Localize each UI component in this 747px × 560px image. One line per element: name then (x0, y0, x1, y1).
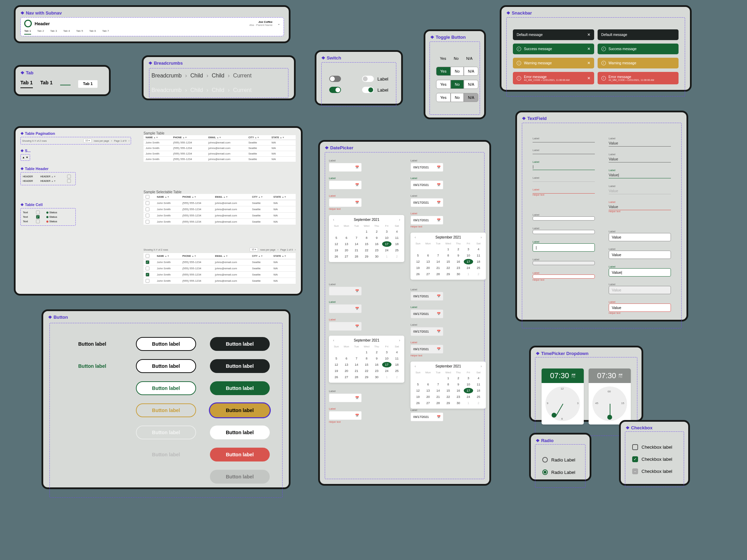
toggle-option[interactable]: No (451, 93, 464, 102)
calendar-day[interactable]: 29 (362, 374, 371, 380)
calendar-day[interactable]: 7 (433, 382, 443, 387)
text-input[interactable]: | (533, 243, 595, 252)
calendar-day[interactable]: 30 (454, 271, 463, 277)
calendar-day[interactable]: 17 (464, 259, 473, 264)
calendar-day[interactable]: 17 (382, 241, 391, 247)
calendar-day[interactable]: 21 (352, 368, 361, 374)
toggle-option[interactable]: N/A (464, 67, 478, 76)
next-page-button[interactable]: › (129, 140, 129, 142)
nav-tab[interactable]: Tab 7 (102, 29, 109, 35)
calendar-day[interactable]: 16 (454, 259, 463, 264)
button-outlined-inverse[interactable]: Button label (136, 426, 196, 439)
nav-tab[interactable]: Tab 3 (50, 29, 57, 35)
date-input[interactable]: 📅 (329, 163, 362, 172)
date-input[interactable]: 📅 (329, 411, 362, 420)
rows-per-page-select[interactable]: 10 ▾ (250, 248, 258, 252)
toggle-option[interactable]: Yes (436, 54, 450, 63)
calendar-day[interactable]: 7 (433, 253, 443, 258)
calendar-day[interactable]: 22 (362, 248, 371, 253)
calendar-day[interactable]: 4 (392, 349, 402, 355)
close-icon[interactable]: ✕ (587, 61, 590, 65)
breadcrumb-link[interactable]: Child (212, 87, 224, 93)
text-input[interactable]: Value (609, 140, 671, 147)
table-row[interactable]: John Smith(555) 555-1234johns@email.comS… (144, 206, 296, 213)
calendar-day[interactable]: 16 (372, 362, 381, 367)
checkbox-option[interactable]: Checkbox label (632, 444, 677, 450)
calendar-day[interactable]: 2 (454, 375, 463, 381)
calendar-day[interactable]: 10 (464, 253, 473, 258)
calendar-day[interactable]: 27 (423, 400, 433, 406)
nav-tab[interactable]: Tab 6 (89, 29, 96, 35)
nav-tab[interactable]: Tab 1 (24, 29, 31, 35)
calendar-day[interactable]: 16 (372, 241, 381, 247)
calendar-day[interactable]: 2 (372, 349, 381, 355)
date-input[interactable]: 09/17/2021📅 (411, 345, 443, 354)
am-toggle[interactable]: AM (572, 373, 575, 376)
nav-tab[interactable]: Tab 4 (63, 29, 70, 35)
breadcrumb-link[interactable]: Child (190, 73, 203, 79)
pm-toggle[interactable]: PM (572, 376, 575, 378)
calendar-day[interactable]: 1 (443, 246, 453, 252)
calendar-day[interactable]: 25 (392, 248, 402, 253)
rows-per-page-select[interactable]: 10 ▾ (83, 139, 92, 143)
close-icon[interactable]: ✕ (587, 76, 590, 81)
calendar-day[interactable]: 8 (362, 356, 371, 361)
breadcrumb-link[interactable]: Breadcrumb (151, 87, 182, 93)
chevron-down-icon[interactable]: ⌄ (277, 22, 280, 26)
calendar-day[interactable]: 25 (474, 394, 483, 400)
text-input[interactable]: Value (609, 188, 671, 194)
tab-item[interactable]: Tab 1 (20, 80, 33, 88)
calendar-day[interactable]: 2 (454, 246, 463, 252)
toggle-option[interactable]: No (451, 67, 464, 76)
text-input[interactable]: Value (609, 304, 671, 312)
text-input[interactable]: Value| (609, 268, 671, 277)
calendar-day[interactable]: 7 (352, 356, 361, 361)
button-filled-dark[interactable]: Button label (210, 359, 270, 373)
calendar-day[interactable]: 29 (443, 271, 453, 277)
calendar-day[interactable]: 5 (332, 356, 341, 361)
nav-tab[interactable]: Tab 5 (76, 29, 83, 35)
tab-item[interactable]: Tab 1 (78, 80, 98, 88)
date-input[interactable]: 📅 (329, 198, 362, 207)
text-input[interactable] (533, 230, 595, 234)
switch-toggle[interactable] (362, 76, 374, 82)
calendar-day[interactable]: 25 (474, 265, 483, 271)
calendar-day[interactable]: 5 (413, 253, 423, 258)
calendar-day[interactable]: 25 (392, 368, 402, 374)
calendar-day[interactable]: 24 (382, 248, 391, 253)
calendar-day[interactable]: 4 (474, 246, 483, 252)
calendar-day[interactable]: 19 (332, 368, 341, 374)
nav-tab[interactable]: Tab 2 (37, 29, 44, 35)
time-display[interactable]: 07:30 (550, 371, 569, 380)
calendar-day[interactable]: 3 (382, 229, 391, 234)
calendar-day[interactable]: 21 (352, 248, 361, 253)
text-input[interactable] (533, 152, 595, 154)
calendar-day[interactable]: 3 (464, 246, 473, 252)
calendar-day[interactable]: 28 (433, 400, 443, 406)
calendar-day[interactable]: 27 (423, 271, 433, 277)
prev-page-button[interactable]: ‹ (111, 140, 112, 142)
date-input[interactable]: 📅 (329, 393, 362, 402)
date-input[interactable]: 09/17/2021📅 (411, 412, 443, 421)
calendar-day[interactable]: 23 (372, 368, 381, 374)
calendar-day[interactable]: 1 (362, 349, 371, 355)
pm-toggle[interactable]: PM (619, 376, 622, 378)
calendar-day[interactable]: 9 (454, 253, 463, 258)
calendar-day[interactable]: 19 (413, 394, 423, 400)
calendar-day[interactable]: 22 (362, 368, 371, 374)
calendar-day[interactable]: 22 (443, 394, 453, 400)
calendar-day[interactable]: 11 (474, 253, 483, 258)
table-row[interactable]: John Smith(555) 555-1234johns@email.comS… (144, 278, 296, 284)
calendar-day[interactable]: 2 (372, 229, 381, 234)
calendar-day[interactable]: 14 (433, 259, 443, 264)
calendar-day[interactable]: 13 (423, 388, 433, 393)
toggle-option-selected[interactable]: Yes (436, 67, 451, 76)
close-icon[interactable]: ✕ (587, 32, 590, 37)
table-row[interactable]: John Smith(555) 555-1234johns@email.comS… (144, 213, 296, 219)
calendar-day[interactable]: 23 (454, 394, 463, 400)
toggle-option[interactable]: N/A (462, 54, 476, 63)
toggle-option-selected[interactable]: N/A (464, 93, 478, 102)
button-filled-warning-focused[interactable]: Button label (210, 403, 270, 417)
calendar-day[interactable]: 12 (413, 388, 423, 393)
breadcrumb-link[interactable]: Child (190, 87, 203, 93)
